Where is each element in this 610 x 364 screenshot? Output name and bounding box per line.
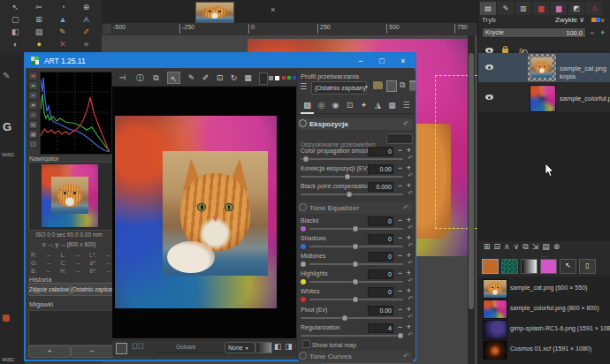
minus-button[interactable]: − [398, 323, 402, 331]
list-item[interactable]: Cosmos 01.xcf (1591 × 1080) [478, 339, 610, 359]
tool-icon[interactable]: ◧ [4, 27, 27, 39]
slider-track[interactable] [309, 281, 403, 283]
minimize-button[interactable]: − [351, 54, 370, 68]
slider-track[interactable] [301, 335, 403, 337]
slider-value[interactable]: 0 [368, 216, 393, 226]
split-view-icon[interactable]: ◨ [285, 342, 293, 351]
navigator-panel[interactable] [28, 162, 113, 231]
swatch-green[interactable] [287, 76, 291, 80]
opacity-slider[interactable]: Krycie 100,0 [482, 27, 586, 38]
slider-track[interactable] [301, 193, 403, 195]
pointer-tab-icon[interactable]: ↖ [560, 259, 576, 274]
slider-reset-icon[interactable]: ↶ [408, 277, 413, 284]
slider-reset-icon[interactable]: ↶ [408, 295, 413, 302]
new-group-button[interactable]: ⊟ [494, 242, 501, 256]
tool-icon[interactable]: ▨ [27, 27, 51, 39]
paste-profile-icon[interactable]: ⧉ [400, 80, 405, 90]
gradient-tab-icon[interactable]: ◩ [568, 2, 584, 15]
power-icon[interactable] [299, 352, 307, 360]
tab-metadata[interactable]: ☰ [400, 98, 413, 112]
raise-layer-button[interactable]: ∧ [504, 242, 510, 256]
color-profile-select[interactable]: None ▼ [225, 342, 255, 353]
brushes-tab-icon[interactable]: ✎ [498, 2, 514, 15]
tool-icon[interactable]: ≈ [74, 39, 98, 51]
tab-color[interactable]: ◉ [329, 98, 342, 112]
exposure-section-header[interactable]: Ekspozycja ↶ [299, 118, 413, 130]
minus-button[interactable]: − [398, 252, 402, 260]
minus-button[interactable]: − [398, 216, 402, 224]
tab-detail[interactable]: ◎ [315, 98, 328, 112]
list-item[interactable]: sample_cat.png (600 × 550) [478, 278, 610, 298]
tool-icon[interactable]: ▢ [4, 14, 27, 27]
thumbnail-toggle[interactable] [255, 342, 272, 353]
slider-value[interactable]: 0 [368, 234, 393, 244]
slider-reset-icon[interactable]: ↶ [408, 155, 413, 162]
snapshots-list[interactable] [28, 310, 113, 345]
power-icon[interactable] [299, 119, 307, 127]
histogram-luma-toggle[interactable]: ▰ [28, 101, 38, 110]
histogram-red-toggle[interactable]: ▰ [28, 72, 38, 80]
slider-value[interactable]: 0 [368, 269, 393, 279]
minus-button[interactable]: − [398, 287, 402, 295]
minus-button[interactable]: − [398, 147, 402, 155]
opacity-minus-button[interactable]: − [590, 28, 594, 37]
power-icon[interactable] [299, 203, 307, 211]
info-icon[interactable]: ⓘ [133, 72, 147, 84]
tab-close-icon[interactable]: × [271, 5, 275, 14]
layer-row-selected[interactable]: sample_cat.png kopia [478, 53, 610, 82]
slider-value[interactable]: 0 [368, 147, 393, 156]
histogram-scale-toggle[interactable]: ▦ [28, 130, 38, 139]
minus-button[interactable]: − [398, 269, 402, 277]
straighten-tool-icon[interactable]: ✐ [199, 72, 212, 84]
tool-icon[interactable]: ✂ [27, 2, 51, 14]
minus-button[interactable]: − [398, 164, 402, 172]
grid-tool-icon[interactable]: ▦ [241, 72, 255, 84]
tool-icon[interactable]: ◐ [4, 39, 27, 51]
gradients-tab-icon[interactable] [521, 259, 538, 274]
fonts-tab-icon[interactable]: ▆ [551, 2, 567, 15]
text-tool-icon[interactable]: A [74, 14, 98, 27]
tool-icon[interactable]: ⊞ [27, 14, 51, 27]
send-to-editor-icon[interactable]: ✎⃠ [132, 342, 144, 351]
reset-icon[interactable]: ↶ [403, 202, 409, 214]
layer-visibility-icon[interactable] [485, 64, 493, 70]
slider-reset-icon[interactable]: ↶ [408, 260, 413, 267]
show-tonal-map-row[interactable]: Show tonal map [302, 340, 356, 348]
swatch-gray[interactable] [269, 76, 273, 80]
add-snapshot-button[interactable]: + [28, 345, 71, 358]
tab-local[interactable]: ⊡ [343, 98, 356, 112]
remove-snapshot-button[interactable]: − [71, 345, 113, 358]
document-tab-icon[interactable]: ▯ [579, 259, 596, 274]
hand-tool-icon[interactable]: ↖ [167, 72, 180, 84]
tool-icon[interactable]: ✕ [51, 39, 75, 51]
bg-color-button[interactable] [259, 72, 268, 85]
anchor-layer-button[interactable]: ⇲ [532, 242, 539, 256]
list-item[interactable]: sample_colorful.png (800 × 800) [478, 299, 610, 318]
slider-track[interactable] [309, 299, 403, 300]
rotate-tool-icon[interactable]: ↻ [227, 72, 240, 84]
minus-button[interactable]: − [398, 234, 402, 242]
tone-curves-section-header[interactable]: Tone Curves ↶ [299, 351, 413, 362]
layer-thumbnail[interactable] [530, 85, 556, 112]
tab-effects[interactable]: ✦ [357, 98, 370, 112]
tab-exposure[interactable]: ▨ [301, 98, 314, 114]
picker-tool-icon[interactable]: ✎ [185, 72, 198, 84]
before-after-icon[interactable]: ◧ [274, 342, 282, 351]
tone-equalizer-section-header[interactable]: Tone Equalizer ↶ [299, 202, 413, 214]
images-tab-icon[interactable] [482, 259, 499, 274]
histogram-blue-toggle[interactable]: ▰ [28, 91, 38, 100]
slider-reset-icon[interactable]: ↶ [408, 314, 413, 321]
save-icon[interactable] [116, 343, 127, 354]
history-item-last-saved[interactable]: (Ostatnio zapisany) [70, 283, 113, 296]
swatch-red[interactable] [282, 76, 286, 80]
ruler-corner-button[interactable] [102, 23, 112, 35]
duplicate-layer-button[interactable]: ⧉ [522, 242, 528, 256]
slider-value[interactable]: 0 [368, 287, 393, 297]
snapshot-copy-icon[interactable]: ⧉ [149, 72, 163, 84]
maximize-button[interactable]: □ [372, 54, 392, 68]
plus-button[interactable]: + [407, 306, 411, 314]
plus-button[interactable]: + [407, 323, 411, 331]
slider-reset-icon[interactable]: ↶ [408, 224, 413, 231]
minus-button[interactable]: − [398, 306, 402, 314]
slider-track[interactable] [301, 176, 403, 178]
